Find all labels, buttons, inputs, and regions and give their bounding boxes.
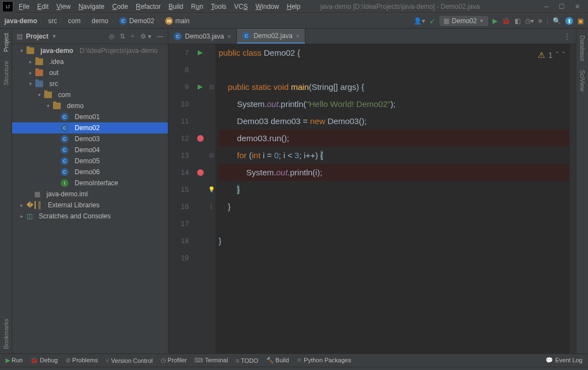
menu-tools[interactable]: Tools xyxy=(208,2,230,12)
tree-file-demo02[interactable]: C Demo02 xyxy=(12,122,168,133)
menu-help[interactable]: Help xyxy=(283,2,304,12)
menu-edit[interactable]: Edit xyxy=(34,2,52,12)
tab-demo02[interactable]: CDemo02.java× xyxy=(237,29,305,44)
maximize-icon[interactable]: ☐ xyxy=(559,3,565,10)
coverage-icon[interactable]: ◧ xyxy=(515,17,521,25)
breakpoint-icon[interactable] xyxy=(197,135,204,142)
tree-file-demo03[interactable]: C Demo03 xyxy=(12,133,168,144)
tool-pypkg[interactable]: ⚛ Python Packages xyxy=(296,357,351,364)
code-editor[interactable]: ⚠1ˆˇ public class Demo02 { public static… xyxy=(215,44,569,353)
breadcrumb[interactable]: java-demo〉 src〉 com〉 demo〉 C Demo02〉 m m… xyxy=(2,17,192,26)
stop-icon[interactable]: ■ xyxy=(538,17,542,25)
tree-external-libs[interactable]: ▸�┃║ External Libraries xyxy=(12,200,168,211)
tool-terminal[interactable]: ⌨ Terminal xyxy=(194,357,227,364)
tool-debug[interactable]: 🐞 Debug xyxy=(30,357,57,364)
tree-root[interactable]: ▾ java-demo D:\IdeaProjects\java-demo xyxy=(12,45,168,56)
tree-file-demo05[interactable]: C Demo05 xyxy=(12,155,168,167)
run-gutter-icon[interactable]: ▶ xyxy=(198,44,203,61)
tool-profiler[interactable]: ◷ Profiler xyxy=(161,357,187,364)
close-icon[interactable]: ✕ xyxy=(575,3,580,10)
tool-run[interactable]: ▶ Run xyxy=(6,357,23,364)
close-tab-icon[interactable]: × xyxy=(227,33,231,40)
hide-icon[interactable]: — xyxy=(157,33,163,40)
search-icon[interactable]: 🔍 xyxy=(553,17,561,25)
chevron-down-icon: ▼ xyxy=(479,18,484,24)
sidebar-title: Project xyxy=(26,33,49,40)
select-opened-icon[interactable]: ◎ xyxy=(109,33,114,40)
run-gutter-icon[interactable]: ▶ xyxy=(198,78,203,95)
minimize-icon[interactable]: ─ xyxy=(544,3,549,10)
menu-run[interactable]: Run xyxy=(188,2,206,12)
collapse-all-icon[interactable]: ÷ xyxy=(131,33,135,40)
menu-vcs[interactable]: VCS xyxy=(231,2,251,12)
tree-folder-out[interactable]: ▸ out xyxy=(12,67,168,78)
tree-folder-src[interactable]: ▾ src xyxy=(12,78,168,89)
tool-version-control[interactable]: ⑂ Version Control xyxy=(105,357,152,364)
user-icon[interactable]: 👤▾ xyxy=(414,17,425,25)
chevron-down-icon[interactable]: ▼ xyxy=(52,34,57,39)
settings-icon[interactable]: ⚙ ▾ xyxy=(140,33,151,40)
run-config-selector[interactable]: ▦ Demo02 ▼ xyxy=(439,16,488,26)
expand-all-icon[interactable]: ⇅ xyxy=(120,33,125,40)
rail-structure[interactable]: Structure xyxy=(2,56,10,90)
menu-view[interactable]: View xyxy=(53,2,74,12)
app-icon: ▦ xyxy=(443,17,449,25)
tree-file-iml[interactable]: ▦ java-demo.iml xyxy=(12,189,168,200)
rail-sciview[interactable]: SciView xyxy=(578,66,587,96)
profile-icon[interactable]: ◷▾ xyxy=(525,17,534,25)
window-title: java-demo [D:\IdeaProjects\java-demo] - … xyxy=(320,3,544,10)
tool-todo[interactable]: ≡ TODO xyxy=(236,357,258,364)
menu-build[interactable]: Build xyxy=(165,2,187,12)
rail-project[interactable]: Project xyxy=(2,29,10,56)
menu-window[interactable]: Window xyxy=(252,2,283,12)
intention-bulb-icon[interactable]: 💡 xyxy=(208,181,215,198)
class-icon: C xyxy=(174,33,182,40)
error-stripe[interactable] xyxy=(569,44,576,353)
class-icon: C xyxy=(242,32,250,40)
tab-demo03[interactable]: CDemo03.java× xyxy=(168,29,237,44)
close-tab-icon[interactable]: × xyxy=(296,33,299,39)
method-icon: m xyxy=(165,17,173,25)
run-icon[interactable]: ▶ xyxy=(492,17,497,25)
project-panel-icon: ▤ xyxy=(17,33,23,40)
main-menu: File Edit View Navigate Code Refactor Bu… xyxy=(15,2,304,12)
project-tree: ▾ java-demo D:\IdeaProjects\java-demo ▸ … xyxy=(12,44,168,353)
fold-gutter[interactable]: ⊟⊟💡⌊ xyxy=(207,44,215,353)
prev-highlight-icon[interactable]: ˆ xyxy=(556,46,559,63)
tree-scratches[interactable]: ▸◫ Scratches and Consoles xyxy=(12,211,168,222)
rail-database[interactable]: Database xyxy=(578,31,587,66)
next-highlight-icon[interactable]: ˇ xyxy=(562,46,565,63)
breakpoint-icon[interactable] xyxy=(197,169,204,176)
debug-icon[interactable]: 🐞 xyxy=(502,17,510,25)
menu-file[interactable]: File xyxy=(15,2,33,12)
tree-file-demo01[interactable]: C Demo01 xyxy=(12,111,168,122)
tool-eventlog[interactable]: 💬 Event Log xyxy=(545,357,582,364)
menu-navigate[interactable]: Navigate xyxy=(75,2,108,12)
back-arrow-icon[interactable]: ↙ xyxy=(430,17,435,25)
app-logo: IJ xyxy=(2,1,13,12)
tree-file-demo04[interactable]: C Demo04 xyxy=(12,144,168,155)
menu-refactor[interactable]: Refactor xyxy=(133,2,164,12)
tree-file-demo06[interactable]: C Demo06 xyxy=(12,167,168,178)
menu-code[interactable]: Code xyxy=(109,2,131,12)
class-icon: C xyxy=(119,17,127,25)
tree-file-interface[interactable]: I DemoInterface xyxy=(12,178,168,189)
tool-problems[interactable]: ⊘ Problems xyxy=(66,357,98,364)
sync-icon[interactable]: ⬆ xyxy=(565,17,573,25)
tree-folder-demo[interactable]: ▾ demo xyxy=(12,100,168,111)
warning-icon[interactable]: ⚠ xyxy=(538,46,545,63)
tab-more-icon[interactable]: ⋮ xyxy=(564,33,576,40)
ide-icon[interactable]: ▣ xyxy=(578,17,584,25)
rail-bookmarks[interactable]: Bookmarks xyxy=(2,314,10,353)
gutter-icons[interactable]: ▶ ▶ xyxy=(193,44,207,353)
tool-build[interactable]: 🔨 Build xyxy=(266,357,289,364)
tree-folder-com[interactable]: ▾ com xyxy=(12,89,168,100)
tree-folder-idea[interactable]: ▸ .idea xyxy=(12,56,168,67)
line-numbers: 78910111213141516171819 xyxy=(168,44,193,353)
